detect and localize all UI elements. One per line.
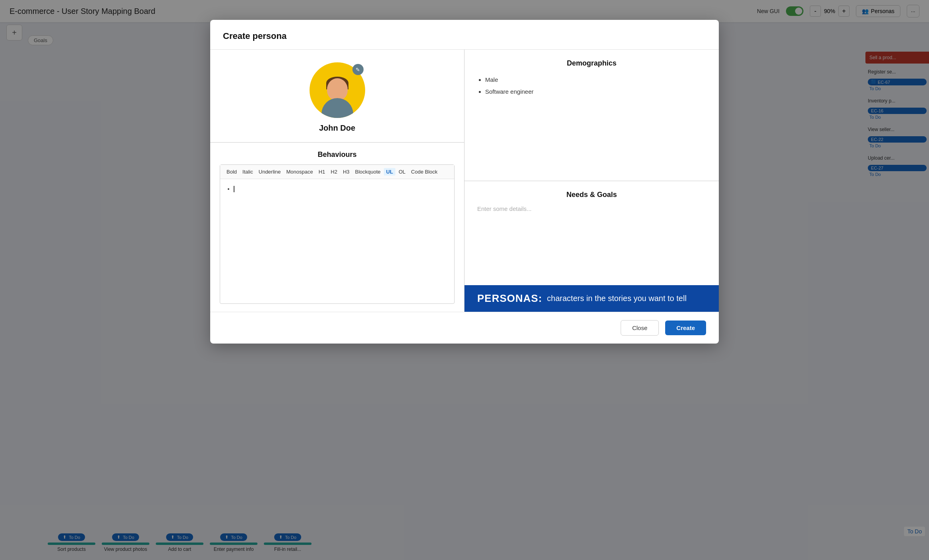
avatar-section: ✎ John Doe [210,50,464,143]
toolbar-ol[interactable]: OL [396,168,408,176]
editor-toolbar: Bold Italic Underline Monospace H1 H2 H3… [220,165,454,179]
behaviours-title: Behaviours [220,151,455,159]
modal-title: Create persona [210,20,719,50]
toolbar-monospace[interactable]: Monospace [284,168,315,176]
modal-left-panel: ✎ John Doe Behaviours Bold Italic Underl… [210,50,464,312]
modal-body: ✎ John Doe Behaviours Bold Italic Underl… [210,50,719,312]
create-persona-modal: Create persona ✎ [210,20,719,344]
toolbar-blockquote[interactable]: Blockquote [353,168,383,176]
edit-icon: ✎ [356,67,360,73]
close-button[interactable]: Close [621,320,659,336]
behaviours-section: Behaviours Bold Italic Underline Monospa… [210,143,464,312]
needs-section: Needs & Goals Enter some details... PERS… [464,181,719,312]
demographics-section: Demographics Male Software engineer [464,50,719,181]
toolbar-h1[interactable]: H1 [316,168,328,176]
banner-bold-text: PERSONAS: [477,292,542,305]
demographic-job: Software engineer [485,86,706,98]
avatar-body [321,98,353,118]
needs-title: Needs & Goals [477,191,706,199]
toolbar-bold[interactable]: Bold [224,168,239,176]
toolbar-ul[interactable]: UL [384,168,395,176]
avatar-figure [319,74,355,118]
toolbar-h2[interactable]: H2 [328,168,340,176]
modal-right-panel: Demographics Male Software engineer Need… [464,50,719,312]
editor-content-area[interactable] [220,179,454,303]
needs-placeholder[interactable]: Enter some details... [477,205,706,212]
behaviours-editor[interactable]: Bold Italic Underline Monospace H1 H2 H3… [220,164,455,304]
avatar-head [327,78,348,100]
demographic-male: Male [485,74,706,86]
toolbar-underline[interactable]: Underline [256,168,283,176]
avatar-wrapper: ✎ [310,62,365,118]
toolbar-italic[interactable]: Italic [240,168,255,176]
personas-banner: PERSONAS: characters in the stories you … [464,285,719,312]
persona-name: John Doe [319,124,355,133]
banner-rest-text: characters in the stories you want to te… [547,294,687,303]
toolbar-h3[interactable]: H3 [341,168,352,176]
demographics-title: Demographics [477,59,706,68]
create-button[interactable]: Create [665,321,706,335]
toolbar-code-block[interactable]: Code Block [409,168,440,176]
avatar-edit-button[interactable]: ✎ [352,64,364,75]
modal-footer: Close Create [210,312,719,344]
demographics-list: Male Software engineer [485,74,706,98]
